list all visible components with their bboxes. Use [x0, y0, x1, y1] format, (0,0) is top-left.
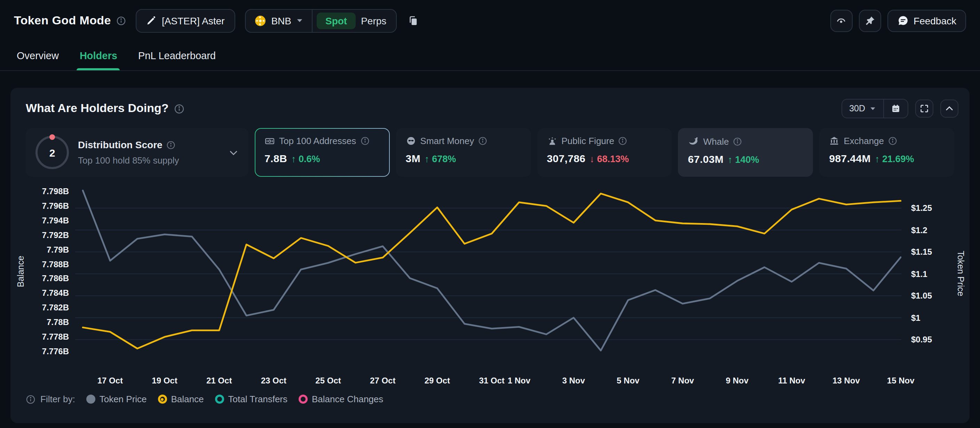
pin-icon[interactable]: [859, 10, 881, 32]
range-dropdown[interactable]: 30D: [842, 104, 883, 113]
price-tick: $1.25: [911, 203, 932, 213]
spot-tab[interactable]: Spot: [317, 12, 355, 29]
up-arrow-icon: ↑: [425, 154, 430, 164]
page-title: Token God Mode: [14, 14, 111, 27]
tile-title: Whale: [703, 136, 729, 146]
info-icon[interactable]: [174, 103, 185, 114]
balance-marker: [158, 395, 167, 404]
tile-value: 307,786: [547, 153, 585, 164]
tile-top-100-addresses[interactable]: Top 100 Addresses 7.8B ↑ 0.6%: [255, 128, 390, 177]
tab-pnl-leaderboard[interactable]: PnL Leaderboard: [138, 41, 216, 70]
chevron-down-icon: [296, 17, 304, 24]
balance-tick: 7.786B: [42, 274, 69, 283]
legend-label: Balance: [171, 394, 204, 404]
copy-icon[interactable]: [406, 14, 420, 27]
up-arrow-icon: ↑: [291, 154, 296, 164]
gauge-marker-dot: [49, 134, 55, 140]
chart-filter-legend: Filter by: Token PriceBalanceTotal Trans…: [26, 394, 970, 404]
chat-bubble-icon: [897, 14, 908, 27]
legend-item-token-price[interactable]: Token Price: [86, 394, 147, 404]
date-tick: 5 Nov: [617, 376, 639, 385]
price-axis-title: Token Price: [956, 251, 966, 296]
divider: [312, 10, 313, 32]
price-tick: $1.15: [911, 247, 932, 257]
topbar-right: Feedback: [830, 10, 966, 32]
tile-exchange[interactable]: Exchange 987.44M ↑ 21.69%: [819, 128, 954, 177]
info-icon[interactable]: [619, 137, 627, 145]
tile-value: 7.8B: [264, 153, 287, 164]
panel-header: What Are Holders Doing? 30D: [10, 88, 970, 118]
info-icon[interactable]: [116, 16, 126, 25]
tab-holders[interactable]: Holders: [80, 41, 117, 70]
tile-change: 140%: [735, 154, 759, 165]
holders-panel: What Are Holders Doing? 30D: [10, 88, 970, 423]
date-range-control: 30D: [842, 99, 908, 118]
chart-plot-area: [75, 184, 901, 368]
chain-dropdown[interactable]: BNB: [245, 14, 312, 27]
tile-title: Exchange: [843, 136, 884, 146]
panel-title: What Are Holders Doing?: [26, 102, 169, 116]
date-tick: 25 Oct: [315, 376, 341, 385]
date-tick: 17 Oct: [97, 376, 123, 385]
date-tick: 19 Oct: [152, 376, 177, 385]
feedback-label: Feedback: [913, 15, 956, 26]
info-icon[interactable]: [360, 137, 369, 145]
range-value: 30D: [849, 104, 865, 113]
public-figure-icon: [547, 136, 557, 146]
whale-icon: [688, 136, 699, 147]
tile-public-figure[interactable]: Public Figure 307,786 ↓ 68.13%: [537, 128, 672, 177]
token-god-mode-page: Token God Mode [ASTER] Aster BNB: [0, 0, 980, 428]
chain-name: BNB: [271, 15, 291, 26]
price-tick: $1.05: [911, 291, 932, 301]
balance-tick: 7.78B: [47, 317, 69, 327]
token-selector[interactable]: [ASTER] Aster: [136, 9, 235, 32]
legend-label: Token Price: [100, 394, 147, 404]
perps-tab[interactable]: Perps: [357, 12, 396, 29]
filter-by-label: Filter by:: [40, 394, 75, 404]
info-icon[interactable]: [167, 140, 176, 149]
info-icon[interactable]: [478, 137, 487, 145]
eye-icon[interactable]: [830, 10, 852, 32]
date-tick: 15 Nov: [887, 376, 915, 385]
smart-money-icon: [406, 136, 416, 146]
calendar-icon[interactable]: [884, 104, 908, 113]
balance-tick: 7.788B: [42, 259, 69, 269]
balance-tick: 7.79B: [47, 245, 69, 255]
legend-label: Total Transfers: [228, 394, 288, 404]
tile-smart-money[interactable]: Smart Money 3M ↑ 678%: [396, 128, 531, 177]
series-token-price: [83, 191, 900, 351]
fullscreen-icon[interactable]: [915, 100, 933, 118]
legend-item-total-transfers[interactable]: Total Transfers: [215, 394, 288, 404]
tile-title: Top 100 Addresses: [279, 136, 356, 146]
series-balance: [83, 194, 900, 348]
tile-value: 987.44M: [829, 153, 871, 164]
holders-chart[interactable]: 7.798B7.796B7.794B7.792B7.79B7.788B7.786…: [10, 184, 970, 390]
tab-overview[interactable]: Overview: [17, 41, 59, 70]
legend-item-balance-changes[interactable]: Balance Changes: [299, 394, 383, 404]
balance-tick: 7.792B: [42, 230, 69, 240]
token-price-marker: [86, 395, 95, 404]
tile-change: 21.69%: [882, 154, 914, 164]
date-tick: 1 Nov: [508, 376, 530, 385]
date-tick: 3 Nov: [562, 376, 585, 385]
date-tick: 13 Nov: [832, 376, 860, 385]
chevron-down-icon: [869, 105, 876, 112]
balance-tick: 7.782B: [42, 303, 69, 313]
legend-item-balance[interactable]: Balance: [158, 394, 204, 404]
collapse-chevron-up-icon[interactable]: [940, 100, 958, 118]
info-icon[interactable]: [733, 137, 742, 146]
tile-distribution-score[interactable]: 2 Distribution Score Top 100 hold 85% su…: [26, 128, 248, 177]
date-tick: 21 Oct: [206, 376, 232, 385]
up-arrow-icon: ↑: [728, 154, 733, 165]
tile-whale[interactable]: Whale 67.03M ↑ 140%: [678, 128, 813, 177]
cash-icon: [264, 136, 275, 146]
info-icon[interactable]: [888, 137, 897, 145]
price-axis-ticks: $1.25$1.2$1.15$1.1$1.05$1$0.95: [911, 184, 960, 368]
date-tick: 7 Nov: [671, 376, 694, 385]
tile-change: 0.6%: [299, 154, 320, 164]
down-arrow-icon: ↓: [590, 154, 594, 164]
date-tick: 23 Oct: [261, 376, 286, 385]
chevron-down-icon[interactable]: [228, 147, 239, 158]
feedback-button[interactable]: Feedback: [887, 10, 966, 32]
page-tabs: Overview Holders PnL Leaderboard: [0, 41, 980, 71]
